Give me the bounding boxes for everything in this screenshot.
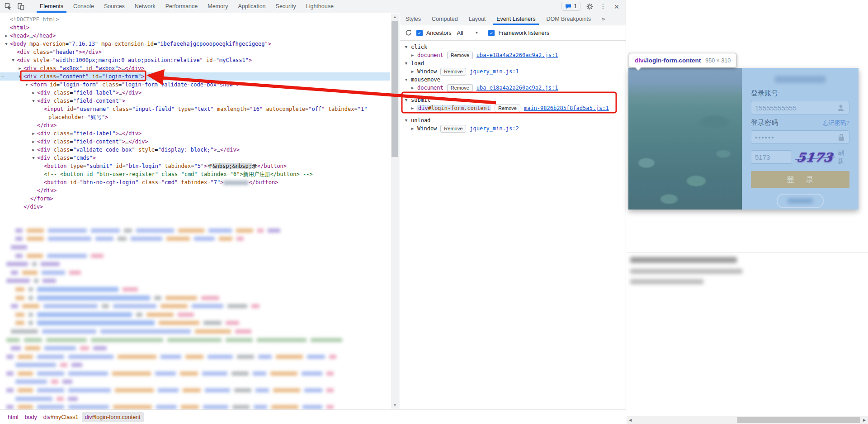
expand-arrow-icon[interactable]: ▶ (31, 138, 36, 146)
hscrollbar-thumb[interactable] (737, 417, 860, 423)
breadcrumb-item[interactable]: body (22, 412, 40, 422)
tab-application[interactable]: Application (233, 0, 270, 13)
dom-tree-row[interactable]: ▼<body mpa-version="7.16.13" mpa-extensi… (0, 40, 390, 48)
event-listener-row[interactable]: ▶documentRemoveuba-e18a4a2a260ac9a2.js:1 (404, 84, 626, 92)
event-group-header[interactable]: ▼unload (404, 116, 626, 124)
dom-tree-row[interactable]: <button type="submit" id="btn-login" tab… (0, 162, 390, 170)
scrollbar-thumb[interactable] (392, 21, 398, 157)
login-button[interactable]: 登 录 (751, 171, 849, 188)
dom-tree-row[interactable]: </div> (0, 186, 390, 195)
collapse-arrow-icon[interactable]: ▼ (31, 97, 36, 105)
collapse-arrow-icon[interactable]: ▼ (17, 72, 23, 81)
page-horizontal-scrollbar[interactable]: ◀ ▶ (627, 416, 868, 424)
event-listener-row[interactable]: ▶WindowRemovejquery_min.js:1 (404, 67, 626, 76)
elements-vertical-scrollbar[interactable]: ▲ ▼ (391, 14, 399, 409)
event-group-header[interactable]: ▼load (404, 59, 626, 67)
expand-arrow-icon[interactable]: ▶ (31, 129, 36, 138)
captcha-input[interactable]: 5173 (751, 150, 792, 164)
event-group-header[interactable]: ▼mousemove (404, 76, 626, 84)
expand-arrow-icon[interactable]: ▶ (410, 126, 415, 131)
captcha-refresh-link[interactable]: 刷新 (838, 149, 849, 165)
device-toolbar-icon[interactable] (15, 1, 26, 12)
expand-arrow-icon[interactable]: ▶ (4, 32, 9, 40)
collapse-arrow-icon[interactable]: ▼ (404, 98, 409, 102)
dom-tree-row[interactable]: ▶<div class="field-content">…</div> (0, 138, 390, 146)
event-group-header[interactable]: ▼submit (404, 96, 626, 104)
dom-tree-row[interactable]: ▼<div class="field-content"> (0, 97, 390, 105)
dom-tree-row[interactable]: ▶<div class="field-label">…</div> (0, 89, 390, 97)
tab-elements[interactable]: Elements (35, 0, 68, 13)
expand-arrow-icon[interactable]: ▶ (410, 106, 415, 110)
sidebar-tab-layout[interactable]: Layout (463, 13, 491, 25)
remove-listener-button[interactable]: Remove (447, 52, 473, 59)
collapse-arrow-icon[interactable]: ▼ (404, 77, 409, 82)
collapse-arrow-icon[interactable]: ▼ (404, 45, 409, 49)
breadcrumb-item[interactable]: div#myClass1 (40, 412, 82, 422)
refresh-icon[interactable] (404, 29, 413, 38)
collapse-arrow-icon[interactable]: ▼ (404, 61, 409, 66)
row-more-actions-icon[interactable]: ⋯ (1, 72, 5, 81)
event-listener-row[interactable]: ▶documentRemoveuba-e18a4a2a260ac9a2.js:1 (404, 51, 626, 59)
more-options-icon[interactable]: ⋮ (599, 2, 608, 11)
listener-target[interactable]: Window (417, 68, 437, 75)
dom-tree-row[interactable]: <!-- <button id="btn-user-register" clas… (0, 170, 390, 178)
tab-memory[interactable]: Memory (203, 0, 233, 13)
expand-arrow-icon[interactable]: ▶ (17, 64, 23, 72)
tab-lighthouse[interactable]: Lighthouse (301, 0, 339, 13)
captcha-image[interactable]: 5173 (796, 150, 834, 164)
dom-tree-row[interactable]: </form> (0, 195, 390, 203)
scroll-up-arrow[interactable]: ▲ (391, 14, 399, 20)
issues-button[interactable]: 1 (561, 2, 580, 11)
remove-listener-button[interactable]: Remove (440, 125, 466, 133)
tab-sources[interactable]: Sources (99, 0, 130, 13)
scroll-left-arrow[interactable]: ◀ (627, 416, 634, 424)
breadcrumb-item[interactable]: html (5, 412, 22, 422)
dom-tree-row[interactable]: <!DOCTYPE html> (0, 15, 390, 24)
expand-arrow-icon[interactable]: ▶ (410, 69, 415, 74)
dom-tree-row[interactable]: ▼<div class="cmds"> (0, 154, 390, 162)
collapse-arrow-icon[interactable]: ▼ (31, 154, 36, 162)
close-devtools-icon[interactable]: × (612, 2, 621, 11)
settings-gear-icon[interactable] (585, 2, 594, 11)
dom-tree-row[interactable]: <input id="username" class="input-field"… (0, 105, 390, 113)
password-input[interactable]: •••••• (751, 130, 849, 144)
dom-tree-row[interactable]: ▶<div class="wxBox" id="wxbox">…</div> (0, 64, 390, 72)
expand-arrow-icon[interactable]: ▶ (410, 86, 415, 90)
dom-tree-row[interactable]: ⋯▼<div class="content" id="login-form"> … (0, 72, 390, 81)
dom-tree-row[interactable]: ▼<div style="width:1000px;margin:0 auto;… (0, 56, 390, 64)
expand-arrow-icon[interactable]: ▶ (31, 89, 36, 97)
listener-target[interactable]: document (417, 85, 443, 91)
sidebar-tab-event-listeners[interactable]: Event Listeners (491, 13, 541, 25)
dom-tree-row[interactable]: </div> (0, 203, 390, 211)
dom-tree-row[interactable]: ▶<div class="field-label">…</div> (0, 129, 390, 138)
remove-listener-button[interactable]: Remove (495, 105, 520, 112)
scroll-right-arrow[interactable]: ▶ (861, 416, 868, 424)
forgot-password-link[interactable]: 忘记密码? (823, 119, 849, 127)
event-listener-row[interactable]: ▶WindowRemovejquery_min.js:2 (404, 124, 626, 133)
collapse-arrow-icon[interactable]: ▼ (10, 56, 16, 64)
source-link[interactable]: jquery_min.js:2 (470, 125, 519, 132)
sidebar-tabs-overflow[interactable]: » (598, 15, 609, 22)
collapse-arrow-icon[interactable]: ▼ (24, 81, 29, 89)
expand-arrow-icon[interactable]: ▶ (410, 53, 415, 57)
dom-tree-row[interactable]: ▼<form id="login-form" class="login-form… (0, 81, 390, 89)
ancestors-checkbox[interactable]: ✓ (416, 30, 423, 36)
dom-tree-row[interactable]: </div> (0, 121, 390, 129)
dom-tree-row[interactable]: <button id="btn-no-cgt-login" class="cmd… (0, 178, 390, 186)
event-group-header[interactable]: ▼click (404, 43, 626, 51)
scroll-down-arrow[interactable]: ▼ (391, 402, 399, 409)
remove-listener-button[interactable]: Remove (440, 68, 466, 76)
dom-tree-row[interactable]: <html> (0, 24, 390, 32)
collapse-arrow-icon[interactable]: ▼ (4, 40, 9, 48)
listener-target[interactable]: Window (417, 125, 437, 132)
framework-listeners-checkbox[interactable]: ✓ (488, 30, 495, 36)
sidebar-tab-computed[interactable]: Computed (426, 13, 463, 25)
expand-arrow-icon[interactable]: ▶ (31, 146, 36, 154)
source-link[interactable]: jquery_min.js:1 (470, 68, 519, 75)
inspect-element-icon[interactable] (3, 1, 14, 12)
dom-tree-row[interactable]: placeholder="账号"> (0, 113, 390, 121)
tab-security[interactable]: Security (271, 0, 301, 13)
listener-target[interactable]: div#login-form.content (417, 105, 491, 111)
source-link[interactable]: uba-e18a4a2a260ac9a2.js:1 (476, 85, 558, 91)
sidebar-tab-dom-breakpoints[interactable]: DOM Breakpoints (541, 13, 596, 25)
